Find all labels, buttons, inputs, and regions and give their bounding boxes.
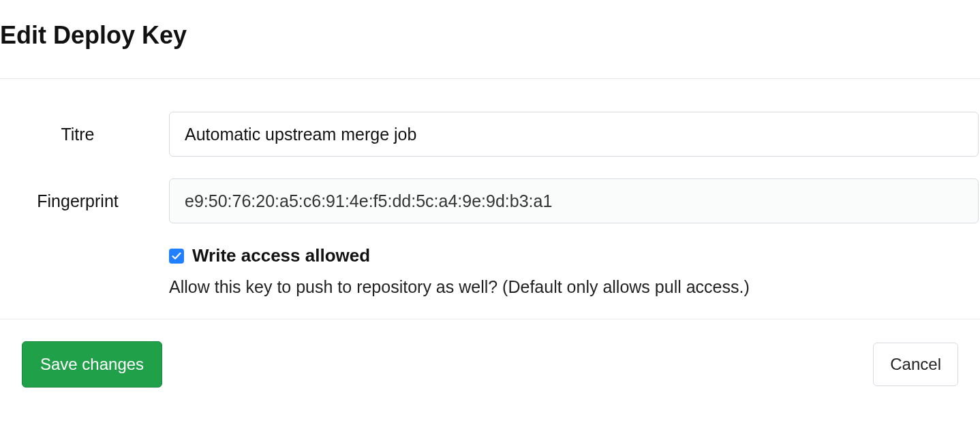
write-access-label[interactable]: Write access allowed bbox=[192, 245, 370, 266]
title-input[interactable] bbox=[169, 112, 979, 157]
edit-deploy-key-form: Titre Fingerprint bbox=[0, 79, 980, 297]
write-access-help: Allow this key to push to repository as … bbox=[169, 277, 979, 297]
cancel-button[interactable]: Cancel bbox=[873, 343, 958, 386]
title-label: Titre bbox=[61, 125, 94, 144]
fingerprint-input bbox=[169, 178, 979, 223]
write-access-checkbox[interactable] bbox=[169, 249, 184, 264]
page-title: Edit Deploy Key bbox=[0, 20, 980, 50]
check-icon bbox=[172, 252, 181, 260]
fingerprint-row: Fingerprint bbox=[0, 178, 980, 223]
save-changes-button[interactable]: Save changes bbox=[22, 341, 162, 388]
title-row: Titre bbox=[0, 112, 980, 157]
write-access-row: Write access allowed Allow this key to p… bbox=[0, 245, 980, 297]
fingerprint-label: Fingerprint bbox=[37, 191, 119, 210]
form-footer: Save changes Cancel bbox=[0, 319, 980, 407]
